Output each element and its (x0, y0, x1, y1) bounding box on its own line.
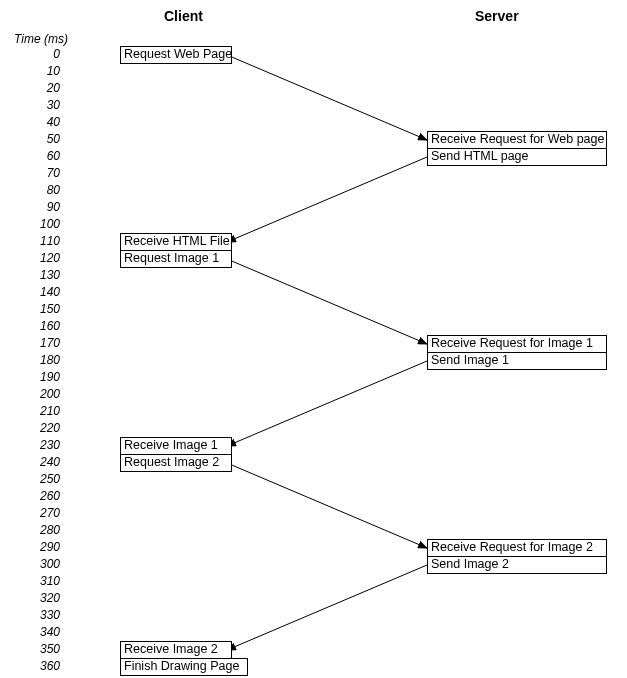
time-tick: 100 (32, 217, 60, 231)
svg-line-1 (227, 157, 427, 242)
time-tick: 240 (32, 455, 60, 469)
time-tick: 290 (32, 540, 60, 554)
event-receive-image-2: Receive Image 2 (120, 641, 232, 659)
sequence-diagram: Client Server Time (ms) 0 10 20 30 40 50… (0, 0, 627, 678)
event-receive-request-image-2: Receive Request for Image 2 (427, 539, 607, 557)
svg-line-5 (227, 565, 427, 650)
client-column-header: Client (164, 8, 203, 24)
time-tick: 0 (32, 47, 60, 61)
time-tick: 80 (32, 183, 60, 197)
event-finish-drawing-page: Finish Drawing Page (120, 658, 248, 676)
event-receive-html-file: Receive HTML File (120, 233, 232, 251)
time-tick: 220 (32, 421, 60, 435)
event-send-image-1: Send Image 1 (427, 352, 607, 370)
time-tick: 200 (32, 387, 60, 401)
time-tick: 40 (32, 115, 60, 129)
svg-line-0 (227, 55, 427, 140)
time-tick: 340 (32, 625, 60, 639)
event-request-image-2: Request Image 2 (120, 454, 232, 472)
time-tick: 300 (32, 557, 60, 571)
time-axis-header: Time (ms) (14, 32, 68, 46)
svg-line-3 (227, 361, 427, 446)
event-receive-request-image-1: Receive Request for Image 1 (427, 335, 607, 353)
time-tick: 230 (32, 438, 60, 452)
event-receive-image-1: Receive Image 1 (120, 437, 232, 455)
time-tick: 130 (32, 268, 60, 282)
time-tick: 280 (32, 523, 60, 537)
event-request-web-page: Request Web Page (120, 46, 232, 64)
event-send-image-2: Send Image 2 (427, 556, 607, 574)
svg-line-4 (227, 463, 427, 548)
time-tick: 250 (32, 472, 60, 486)
time-tick: 180 (32, 353, 60, 367)
time-tick: 320 (32, 591, 60, 605)
event-send-html-page: Send HTML page (427, 148, 607, 166)
time-tick: 330 (32, 608, 60, 622)
time-tick: 30 (32, 98, 60, 112)
time-tick: 20 (32, 81, 60, 95)
time-tick: 90 (32, 200, 60, 214)
time-tick: 120 (32, 251, 60, 265)
time-tick: 270 (32, 506, 60, 520)
event-receive-request-web-page: Receive Request for Web page (427, 131, 607, 149)
time-tick: 360 (32, 659, 60, 673)
time-tick: 170 (32, 336, 60, 350)
svg-line-2 (227, 259, 427, 344)
time-tick: 190 (32, 370, 60, 384)
time-tick: 260 (32, 489, 60, 503)
time-tick: 140 (32, 285, 60, 299)
time-tick: 160 (32, 319, 60, 333)
time-tick: 70 (32, 166, 60, 180)
time-tick: 110 (32, 234, 60, 248)
time-tick: 150 (32, 302, 60, 316)
event-request-image-1: Request Image 1 (120, 250, 232, 268)
time-tick: 310 (32, 574, 60, 588)
time-tick: 60 (32, 149, 60, 163)
time-tick: 10 (32, 64, 60, 78)
time-tick: 350 (32, 642, 60, 656)
time-tick: 210 (32, 404, 60, 418)
time-tick: 50 (32, 132, 60, 146)
server-column-header: Server (475, 8, 519, 24)
